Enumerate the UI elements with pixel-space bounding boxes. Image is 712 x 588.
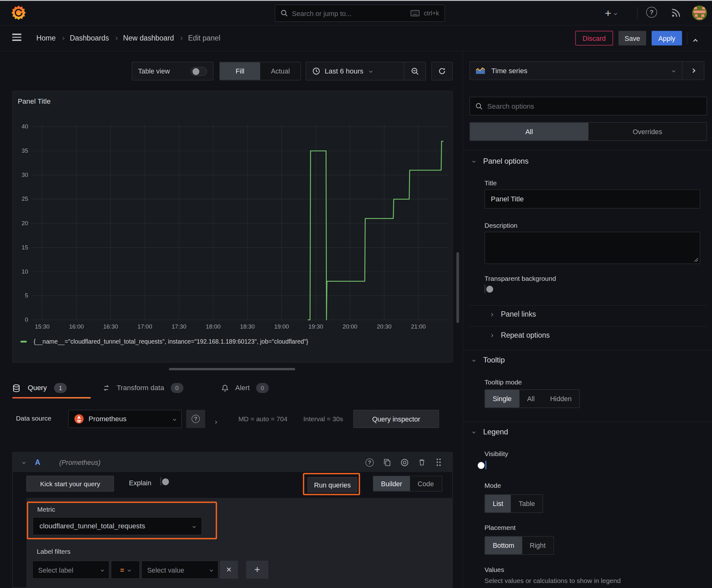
section-divider <box>463 150 712 150</box>
grafana-logo-icon[interactable] <box>11 5 26 20</box>
chevron-down-icon <box>369 69 372 72</box>
operator-dropdown[interactable]: = <box>111 561 140 579</box>
query-ref-id: A <box>35 458 40 466</box>
refresh-button[interactable] <box>431 62 453 80</box>
transparent-background-toggle[interactable] <box>484 284 486 293</box>
tab-alert[interactable]: Alert 0 <box>221 378 269 399</box>
breadcrumb-item-dashboards[interactable]: Dashboards <box>70 34 109 42</box>
x-axis-tick: 18:00 <box>206 323 221 330</box>
datasource-name: Prometheus <box>88 415 169 423</box>
database-icon <box>12 384 20 392</box>
panel-title-input[interactable] <box>491 195 694 203</box>
actual-option[interactable]: Actual <box>260 62 301 80</box>
scrollbar-thumb[interactable] <box>456 252 459 323</box>
discard-button[interactable]: Discard <box>576 31 613 45</box>
legend-section-header[interactable]: Legend <box>473 427 508 436</box>
x-axis-tick: 16:00 <box>69 323 84 330</box>
legend-visibility-toggle[interactable] <box>486 461 486 469</box>
chart-legend: {__name__="cloudflared_tunnel_total_requ… <box>20 338 308 345</box>
tooltip-mode-single[interactable]: Single <box>485 390 519 407</box>
y-axis-tick: 15 <box>13 244 28 252</box>
close-icon: ✕ <box>226 566 232 574</box>
duplicate-query-icon[interactable] <box>383 458 391 466</box>
query-inspector-button[interactable]: Query inspector <box>353 410 439 428</box>
add-filter-button[interactable]: + <box>246 561 268 579</box>
options-tabs: All Overrides <box>470 122 707 141</box>
chart-svg[interactable] <box>31 123 448 322</box>
description-field[interactable] <box>484 232 700 264</box>
x-axis-tick: 20:30 <box>377 323 391 330</box>
repeat-options-header[interactable]: Repeat options <box>490 331 550 339</box>
tooltip-mode-hidden[interactable]: Hidden <box>542 390 580 407</box>
breadcrumb-item-home[interactable]: Home <box>37 34 56 42</box>
panel-links-header[interactable]: Panel links <box>490 310 536 318</box>
tab-query[interactable]: Query 1 <box>12 378 67 399</box>
metric-select[interactable]: cloudflared_tunnel_total_requests <box>33 517 202 535</box>
y-axis-tick: 5 <box>13 292 28 300</box>
legend-placement-right[interactable]: Right <box>522 537 554 554</box>
tab-query-label: Query <box>28 384 47 392</box>
legend-placement-bottom[interactable]: Bottom <box>485 537 522 554</box>
legend-series-label[interactable]: {__name__="cloudflared_tunnel_total_requ… <box>34 338 308 345</box>
transparent-background-label: Transparent background <box>484 275 556 282</box>
chevron-right-icon <box>490 313 493 316</box>
visualization-picker[interactable]: Time series <box>470 61 705 80</box>
pane-resize-handle[interactable] <box>169 368 295 370</box>
toggle-visibility-icon[interactable] <box>401 458 409 466</box>
time-range-picker[interactable]: Last 6 hours <box>306 67 404 75</box>
resize-grip-icon[interactable] <box>694 257 698 262</box>
select-label-dropdown[interactable]: Select label <box>33 561 110 579</box>
query-row-header[interactable]: A (Prometheus) ? <box>13 453 452 472</box>
remove-filter-button[interactable]: ✕ <box>220 561 238 579</box>
interval-stat: Interval = 30s <box>303 415 343 422</box>
description-textarea[interactable] <box>485 232 700 264</box>
legend-mode-table[interactable]: Table <box>511 495 543 512</box>
drag-handle-icon[interactable] <box>436 458 441 466</box>
query-datasource-hint: (Prometheus) <box>59 458 101 466</box>
menu-button[interactable] <box>12 34 21 41</box>
collapse-header-button[interactable] <box>694 37 697 44</box>
save-button[interactable]: Save <box>619 31 646 45</box>
run-queries-button[interactable]: Run queries <box>307 477 357 492</box>
tab-overrides[interactable]: Overrides <box>588 123 707 141</box>
builder-option[interactable]: Builder <box>373 476 410 491</box>
fill-option[interactable]: Fill <box>220 62 260 80</box>
options-search-input[interactable] <box>487 102 701 110</box>
user-avatar[interactable] <box>692 5 707 20</box>
x-axis-tick: 19:00 <box>274 323 289 330</box>
tab-all[interactable]: All <box>470 123 588 141</box>
news-button[interactable] <box>671 7 682 18</box>
query-help-icon[interactable]: ? <box>365 458 373 466</box>
tooltip-mode-all[interactable]: All <box>519 390 542 407</box>
plus-icon: + <box>254 564 260 576</box>
chevron-right-icon <box>691 68 695 73</box>
x-axis-tick: 17:00 <box>137 323 152 330</box>
chevron-down-icon <box>472 358 475 361</box>
legend-mode-list[interactable]: List <box>485 495 511 512</box>
select-value-dropdown[interactable]: Select value <box>141 561 218 579</box>
datasource-picker[interactable]: Prometheus <box>68 410 182 428</box>
panel-title-field[interactable] <box>484 189 700 209</box>
delete-query-icon[interactable] <box>418 458 425 466</box>
legend-swatch[interactable] <box>20 340 27 342</box>
table-view-toggle[interactable] <box>191 67 207 76</box>
zoom-out-button[interactable] <box>404 67 425 75</box>
kick-start-query-button[interactable]: Kick start your query <box>26 476 114 491</box>
panel-options-header[interactable]: Panel options <box>473 157 528 165</box>
breadcrumb-item-new-dashboard[interactable]: New dashboard <box>123 34 174 42</box>
apply-button[interactable]: Apply <box>652 31 682 45</box>
options-search-box[interactable] <box>470 97 707 115</box>
tab-transform-data[interactable]: Transform data 0 <box>102 378 183 399</box>
global-search-input[interactable] <box>292 9 407 17</box>
collapse-options-button[interactable] <box>683 62 704 80</box>
datasource-help-button[interactable]: ? <box>186 410 205 428</box>
series-line[interactable] <box>308 141 443 320</box>
explain-toggle[interactable] <box>160 477 161 486</box>
tooltip-section-header[interactable]: Tooltip <box>473 356 505 364</box>
visualization-name: Time series <box>491 67 672 75</box>
add-new-button[interactable]: + <box>605 6 617 20</box>
global-search-box[interactable]: ctrl+k <box>275 4 445 22</box>
code-option[interactable]: Code <box>410 476 442 491</box>
expand-stats-button[interactable] <box>214 417 217 425</box>
help-button[interactable]: ? <box>646 7 657 18</box>
